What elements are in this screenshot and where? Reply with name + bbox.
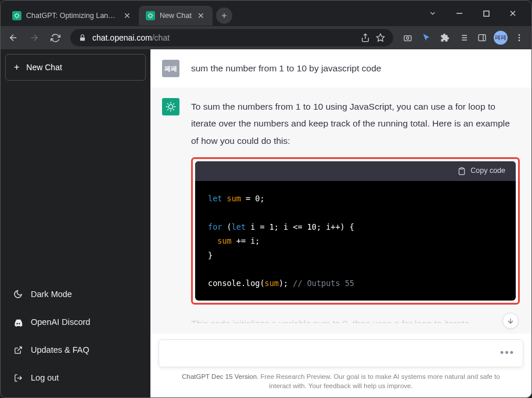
forward-button[interactable]: [25, 28, 44, 47]
tab-title: New Chat: [160, 12, 192, 20]
openai-icon: [146, 11, 155, 20]
footer-disclaimer: . Free Research Preview. Our goal is to …: [257, 373, 500, 389]
profile-avatar[interactable]: 페페: [492, 29, 509, 46]
tab-title: ChatGPT: Optimizing Language: [26, 12, 118, 20]
camera-icon[interactable]: [399, 29, 416, 46]
star-icon[interactable]: [376, 33, 385, 42]
list-icon[interactable]: [455, 29, 472, 46]
svg-point-11: [168, 104, 172, 108]
menu-icon[interactable]: [511, 29, 528, 46]
app-body: + New Chat Dark Mode OpenAI Discord Upda…: [1, 49, 531, 398]
svg-point-1: [149, 14, 152, 17]
assistant-avatar: [162, 98, 179, 115]
copy-code-button[interactable]: Copy code: [470, 164, 505, 178]
maximize-button[interactable]: [478, 5, 494, 21]
tab-strip: ChatGPT: Optimizing Language ✕ New Chat …: [5, 5, 419, 26]
svg-point-0: [15, 14, 19, 17]
cursor-icon[interactable]: [418, 29, 435, 46]
sidebar: + New Chat Dark Mode OpenAI Discord Upda…: [1, 49, 150, 398]
assistant-message: To sum the numbers from 1 to 10 using Ja…: [150, 88, 531, 334]
sidebar-item-logout[interactable]: Log out: [5, 364, 146, 392]
openai-icon: [12, 11, 21, 20]
assistant-intro-text: To sum the numbers from 1 to 10 using Ja…: [191, 98, 520, 149]
sidebar-item-label: Dark Mode: [31, 290, 72, 299]
svg-rect-3: [80, 37, 85, 41]
version-link[interactable]: ChatGPT Dec 15 Version: [182, 373, 257, 380]
new-chat-button[interactable]: + New Chat: [5, 54, 146, 81]
close-icon[interactable]: ✕: [123, 11, 132, 20]
sidebar-item-label: Log out: [31, 373, 59, 382]
close-button[interactable]: [505, 5, 521, 21]
assistant-message-body: To sum the numbers from 1 to 10 using Ja…: [191, 98, 520, 323]
svg-point-6: [407, 37, 409, 39]
browser-tab[interactable]: New Chat ✕: [139, 6, 213, 26]
sidebar-footer: Dark Mode OpenAI Discord Updates & FAQ L…: [5, 280, 146, 394]
svg-rect-12: [461, 168, 463, 169]
close-icon[interactable]: ✕: [196, 11, 206, 20]
share-icon[interactable]: [361, 33, 370, 42]
svg-rect-7: [479, 35, 486, 41]
lock-icon: [78, 34, 87, 42]
assistant-outro-text: This code initializes a variable sum to …: [191, 315, 520, 323]
sidebar-item-label: Updates & FAQ: [31, 345, 89, 354]
scroll-to-bottom-button[interactable]: [502, 313, 519, 329]
browser-toolbar: chat.openai.com/chat 페페: [1, 26, 531, 49]
url-text: chat.openai.com/chat: [92, 33, 355, 42]
user-avatar: 페페: [162, 60, 179, 77]
window-controls: [419, 5, 527, 21]
svg-rect-2: [484, 11, 489, 16]
plus-icon: +: [14, 62, 19, 73]
logout-icon: [13, 374, 23, 382]
new-tab-button[interactable]: [216, 8, 232, 24]
svg-point-9: [519, 37, 520, 39]
sidebar-item-discord[interactable]: OpenAI Discord: [5, 308, 146, 336]
input-area: ••• ChatGPT Dec 15 Version. Free Researc…: [150, 334, 531, 398]
svg-marker-4: [376, 34, 384, 41]
user-message: 페페 sum the number from 1 to 10 by javasc…: [150, 49, 531, 88]
address-bar[interactable]: chat.openai.com/chat: [70, 29, 393, 46]
minimize-button[interactable]: [451, 5, 468, 21]
browser-tab[interactable]: ChatGPT: Optimizing Language ✕: [5, 6, 139, 26]
chevron-down-icon[interactable]: [425, 5, 441, 21]
title-bar: ChatGPT: Optimizing Language ✕ New Chat …: [1, 1, 531, 26]
sidebar-item-label: OpenAI Discord: [31, 317, 90, 327]
main-content: 페페 sum the number from 1 to 10 by javasc…: [150, 49, 531, 398]
extension-icons: 페페: [399, 29, 528, 46]
reload-button[interactable]: [46, 28, 64, 47]
clipboard-icon: [458, 167, 466, 175]
new-chat-label: New Chat: [26, 63, 62, 72]
back-button[interactable]: [4, 28, 23, 47]
footer-text: ChatGPT Dec 15 Version. Free Research Pr…: [159, 367, 523, 394]
code-block: Copy code let sum = 0; for (let i = 1; i…: [195, 161, 516, 301]
moon-icon: [13, 290, 23, 299]
panel-icon[interactable]: [473, 29, 491, 46]
chat-input[interactable]: •••: [159, 339, 523, 367]
code-content: let sum = 0; for (let i = 1; i <= 10; i+…: [195, 181, 516, 301]
sidebar-item-updates[interactable]: Updates & FAQ: [5, 336, 146, 364]
sidebar-item-darkmode[interactable]: Dark Mode: [5, 280, 146, 308]
svg-point-8: [519, 34, 520, 36]
extensions-icon[interactable]: [436, 29, 454, 46]
user-message-text: sum the number from 1 to 10 by javascrip…: [191, 60, 520, 77]
more-icon[interactable]: •••: [500, 347, 515, 359]
svg-rect-5: [404, 36, 411, 41]
external-link-icon: [13, 346, 23, 354]
code-highlight-box: Copy code let sum = 0; for (let i = 1; i…: [191, 157, 520, 305]
discord-icon: [13, 317, 23, 327]
svg-point-10: [519, 39, 520, 41]
code-header: Copy code: [195, 161, 516, 181]
